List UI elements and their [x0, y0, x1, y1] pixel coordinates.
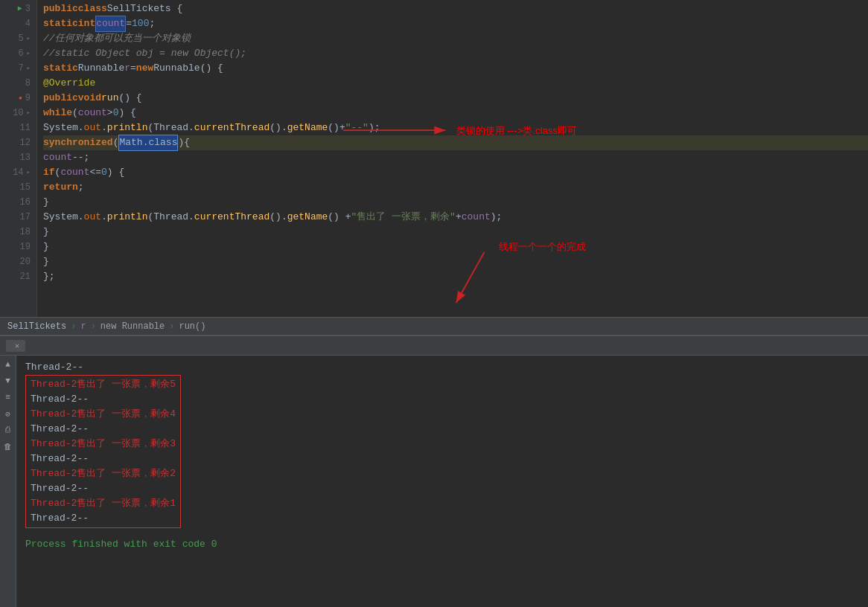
token: 0	[101, 165, 107, 180]
gutter-line-14: 14▸	[0, 165, 31, 180]
code-line-19: }	[43, 240, 868, 254]
clear-icon[interactable]: ⊘	[2, 408, 14, 420]
token: System.	[43, 210, 84, 225]
gutter-line-3: ▶3	[0, 1, 31, 16]
fold-icon[interactable]: ▸	[27, 31, 31, 46]
code-line-6: //static Object obj = new Object();	[43, 46, 868, 61]
scroll-up-icon[interactable]: ▲	[2, 359, 14, 370]
gutter-line-10: 10▸	[0, 106, 31, 121]
code-line-16: }	[43, 195, 868, 210]
token: }	[43, 225, 49, 240]
token: System.	[43, 121, 84, 135]
token: @Override	[43, 76, 95, 91]
token: count	[462, 210, 491, 225]
code-line-13: count--;	[43, 150, 868, 165]
token: );	[368, 121, 380, 135]
token: if	[43, 165, 55, 180]
console-header: ✕	[0, 335, 868, 356]
breadcrumb-bar: SellTickets › r › new Runnable › run()	[0, 317, 868, 335]
token: (	[113, 135, 119, 150]
console-line-2: Thread-2--	[31, 392, 176, 407]
token: >	[107, 106, 113, 121]
fold-icon[interactable]: ▸	[27, 61, 31, 76]
token: currentThread	[194, 210, 269, 225]
code-line-11: System.out.println(Thread.currentThread(…	[43, 121, 868, 135]
code-container: ▶345▸6▸7▸8●910▸11121314▸15161718192021 p…	[0, 0, 868, 317]
token: getName	[287, 210, 328, 225]
token: run	[101, 91, 118, 106]
token: ) {	[118, 106, 135, 121]
console-line-first: Thread-2--	[25, 360, 859, 375]
breadcrumb-item-3: run()	[179, 321, 205, 332]
token: return	[43, 180, 78, 195]
gutter-line-4: 4	[0, 16, 31, 31]
code-line-21: };	[43, 269, 868, 284]
console-sidebar: ▲ ▼ ≡ ⊘ ⎙ 🗑	[0, 356, 16, 607]
console-line-9: Thread-2售出了 一张票，剩余1	[31, 496, 176, 511]
code-line-18: }	[43, 225, 868, 240]
console-line-8: Thread-2--	[31, 481, 176, 496]
fold-icon[interactable]: ▸	[27, 46, 31, 61]
token: count	[60, 165, 89, 180]
token: =	[130, 61, 136, 76]
token: new	[136, 61, 153, 76]
code-line-7: static Runnable r = new Runnable() {	[43, 61, 868, 76]
token: out	[84, 210, 101, 225]
gutter-line-20: 20	[0, 254, 31, 269]
token: void	[78, 91, 101, 106]
console-line-10: Thread-2--	[31, 511, 176, 526]
gutter-line-21: 21	[0, 269, 31, 284]
code-line-17: System.out.println(Thread.currentThread(…	[43, 210, 868, 225]
token: currentThread	[194, 121, 269, 135]
main-content: ▶345▸6▸7▸8●910▸11121314▸15161718192021 p…	[0, 0, 868, 607]
token: int	[78, 16, 95, 31]
console-output: Thread-2--Thread-2售出了 一张票，剩余5Thread-2--T…	[16, 356, 868, 607]
trash-icon[interactable]: 🗑	[2, 440, 14, 452]
token: "--"	[345, 121, 368, 135]
breadcrumb-sep-1: ›	[91, 321, 96, 332]
breakpoint-icon[interactable]: ●	[19, 91, 22, 106]
console-line-7: Thread-2售出了 一张票，剩余2	[31, 466, 176, 481]
code-line-4: static int count = 100;	[43, 16, 868, 31]
code-line-12: synchronized(Math.class){	[43, 135, 868, 150]
fold-icon[interactable]: ▸	[27, 106, 31, 121]
print-icon[interactable]: ⎙	[2, 424, 14, 436]
token: public	[43, 1, 78, 16]
token: 100	[132, 16, 149, 31]
console-tab[interactable]: ✕	[6, 340, 25, 352]
token: println	[107, 210, 148, 225]
token: (Thread.	[147, 210, 194, 225]
count-var: count	[95, 16, 126, 32]
token: +	[456, 210, 462, 225]
token: count	[43, 150, 72, 165]
fold-icon[interactable]: ▸	[27, 165, 31, 180]
token: (Thread.	[147, 121, 194, 135]
console-line-6: Thread-2--	[31, 452, 176, 466]
token: ().	[269, 121, 287, 135]
token: ) {	[107, 165, 124, 180]
wrap-icon[interactable]: ≡	[2, 391, 14, 403]
token: ().	[269, 210, 287, 225]
console-tab-close[interactable]: ✕	[15, 341, 19, 350]
code-line-8: @Override	[43, 76, 868, 91]
token: .	[101, 121, 107, 135]
console-area: ▲ ▼ ≡ ⊘ ⎙ 🗑 Thread-2--Thread-2售出了 一张票，剩余…	[0, 356, 868, 607]
token: }	[43, 195, 49, 210]
scroll-down-icon[interactable]: ▼	[2, 375, 14, 387]
gutter-line-18: 18	[0, 225, 31, 240]
breadcrumb-item-0: SellTickets	[7, 321, 66, 332]
token: count	[78, 106, 107, 121]
line-numbers: ▶345▸6▸7▸8●910▸11121314▸15161718192021	[0, 0, 37, 317]
console-finish-line: Process finished with exit code 0	[25, 537, 859, 552]
gutter-line-17: 17	[0, 210, 31, 225]
console-line-4: Thread-2--	[31, 422, 176, 437]
token: () {	[118, 91, 141, 106]
run-icon[interactable]: ▶	[18, 1, 22, 16]
console-line-3: Thread-2售出了 一张票，剩余4	[31, 407, 176, 422]
code-lines[interactable]: public class SellTickets { static int co…	[37, 0, 868, 317]
token: static	[43, 16, 78, 31]
gutter-line-15: 15	[0, 180, 31, 195]
gutter-line-8: 8	[0, 76, 31, 91]
token: ){	[178, 135, 190, 150]
token: out	[84, 121, 101, 135]
